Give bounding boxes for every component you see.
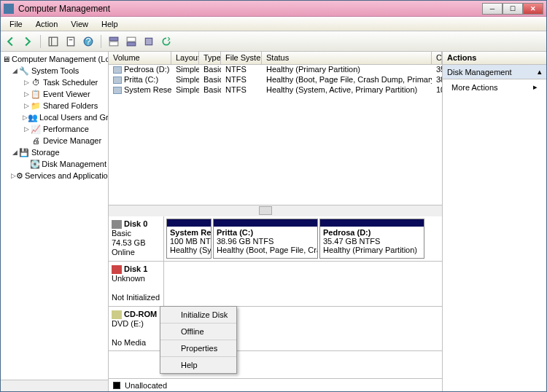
volume-list: Pedrosa (D:) Simple Basic NTFS Healthy (…: [109, 65, 442, 205]
tree-storage[interactable]: ◢💾Storage: [2, 146, 106, 158]
menu-action[interactable]: Action: [30, 18, 64, 30]
collapse-icon: ▴: [538, 67, 542, 77]
titlebar[interactable]: Computer Management ─ ☐ ✕: [1, 1, 546, 17]
menu-view[interactable]: View: [65, 18, 94, 30]
actions-more[interactable]: More Actions▸: [443, 79, 546, 95]
legend-unallocated-swatch: [113, 382, 120, 389]
menu-file[interactable]: File: [4, 18, 28, 30]
tree-pane: 🖥Computer Management (Local ◢🔧System Too…: [1, 52, 109, 391]
legend: Unallocated: [109, 378, 442, 391]
partition-d[interactable]: Pedrosa (D:)35.47 GB NTFSHealthy (Primar…: [319, 219, 424, 259]
tree-task-scheduler[interactable]: ▷⏱Task Scheduler: [2, 77, 106, 88]
tree-local-users[interactable]: ▷👥Local Users and Groups: [2, 111, 106, 123]
disk1-info: Disk 1 Unknown Not Initialized: [109, 262, 164, 306]
volume-icon: [113, 87, 122, 94]
disk0-info: Disk 0 Basic 74.53 GB Online: [109, 216, 164, 261]
volume-row[interactable]: Pritta (C:) Simple Basic NTFS Healthy (B…: [109, 75, 442, 85]
volume-scrollbar[interactable]: [109, 205, 442, 216]
col-volume[interactable]: Volume: [109, 52, 171, 64]
svg-rect-6: [109, 37, 118, 41]
app-icon: [4, 4, 14, 14]
help-icon[interactable]: ?: [82, 35, 95, 48]
tree-event-viewer[interactable]: ▷📋Event Viewer: [2, 88, 106, 100]
actions-pane: Actions Disk Management▴ More Actions▸: [443, 52, 546, 391]
tree-performance[interactable]: ▷📈Performance: [2, 123, 106, 135]
tree-services[interactable]: ▷⚙Services and Applications: [2, 170, 106, 181]
legend-unallocated-label: Unallocated: [125, 381, 167, 390]
ctx-offline[interactable]: Offline: [160, 323, 236, 340]
col-status[interactable]: Status: [262, 52, 432, 64]
actions-disk-management[interactable]: Disk Management▴: [443, 65, 546, 79]
ctx-help[interactable]: Help: [160, 356, 236, 373]
expand-icon: ▸: [533, 82, 538, 92]
svg-rect-2: [67, 37, 74, 46]
partition-system-reserved[interactable]: System Rese100 MB NTFSHealthy (Syst: [166, 219, 212, 259]
svg-rect-9: [127, 42, 136, 46]
ctx-properties[interactable]: Properties: [160, 340, 236, 356]
disk-layout: Disk 0 Basic 74.53 GB Online System Rese…: [109, 216, 442, 378]
volume-icon: [113, 66, 122, 74]
tree-device-manager[interactable]: 🖨Device Manager: [2, 135, 106, 146]
close-button[interactable]: ✕: [523, 3, 543, 15]
disk0-row[interactable]: Disk 0 Basic 74.53 GB Online System Rese…: [109, 216, 442, 262]
ctx-initialize-disk[interactable]: Initialize Disk: [160, 307, 236, 323]
tree-disk-management[interactable]: 💽Disk Management: [2, 158, 106, 170]
menu-help[interactable]: Help: [96, 18, 124, 30]
col-layout[interactable]: Layout: [171, 52, 199, 64]
settings-icon[interactable]: [142, 35, 155, 48]
tree-root[interactable]: 🖥Computer Management (Local: [2, 53, 106, 65]
disk1-row[interactable]: Disk 1 Unknown Not Initialized: [109, 262, 442, 307]
window-title: Computer Management: [18, 4, 482, 14]
svg-rect-8: [127, 37, 136, 42]
center-pane: Volume Layout Type File System Status C …: [109, 52, 443, 391]
maximize-button[interactable]: ☐: [503, 3, 523, 15]
actions-header: Actions: [443, 52, 546, 65]
col-capacity[interactable]: C: [432, 52, 442, 64]
col-type[interactable]: Type: [199, 52, 221, 64]
volume-row[interactable]: System Reserved Simple Basic NTFS Health…: [109, 85, 442, 95]
toolbar: ?: [1, 31, 546, 52]
menubar: File Action View Help: [1, 17, 546, 31]
refresh-icon[interactable]: [160, 35, 173, 48]
view-bottom-icon[interactable]: [125, 35, 138, 48]
cdrom-info: CD-ROM DVD (E:) No Media: [109, 307, 164, 350]
col-fs[interactable]: File System: [221, 52, 262, 64]
tree-shared-folders[interactable]: ▷📁Shared Folders: [2, 100, 106, 111]
disk-icon: [112, 220, 122, 229]
volume-icon: [113, 77, 122, 84]
cd-icon: [112, 310, 122, 319]
volume-row[interactable]: Pedrosa (D:) Simple Basic NTFS Healthy (…: [109, 65, 442, 75]
cdrom-row[interactable]: CD-ROM DVD (E:) No Media: [109, 307, 442, 351]
back-button[interactable]: [4, 35, 17, 48]
show-hide-tree-icon[interactable]: [47, 35, 60, 48]
disk-icon: [112, 265, 122, 274]
view-top-icon[interactable]: [107, 35, 120, 48]
properties-icon[interactable]: [64, 35, 77, 48]
forward-button[interactable]: [21, 35, 34, 48]
tree-scrollbar[interactable]: [1, 380, 108, 391]
context-menu: Initialize Disk Offline Properties Help: [160, 306, 237, 374]
tree-system-tools[interactable]: ◢🔧System Tools: [2, 65, 106, 77]
partition-c[interactable]: Pritta (C:)38.96 GB NTFSHealthy (Boot, P…: [213, 219, 318, 259]
svg-rect-7: [109, 42, 118, 46]
minimize-button[interactable]: ─: [482, 3, 503, 15]
svg-rect-0: [49, 37, 58, 46]
svg-rect-10: [145, 38, 152, 44]
volume-header: Volume Layout Type File System Status C: [109, 52, 442, 65]
svg-text:?: ?: [85, 36, 90, 47]
